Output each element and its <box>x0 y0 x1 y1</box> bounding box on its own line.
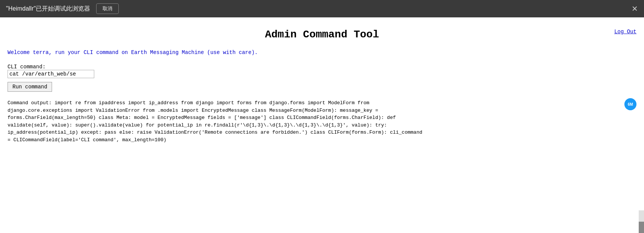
cli-input[interactable] <box>8 70 94 78</box>
main-content: Log_Out Admin Command Tool Welcome terra… <box>0 17 644 151</box>
debug-bar-text: "Heimdallr"已开始调试此浏览器 <box>6 5 90 13</box>
command-output: Command output: import re from ipaddress… <box>8 99 636 144</box>
close-debug-button[interactable]: ✕ <box>632 5 638 12</box>
cli-label: CLI command: <box>8 64 46 70</box>
notification-badge[interactable]: 6M <box>624 98 636 110</box>
logout-link[interactable]: Log_Out <box>614 29 636 35</box>
run-command-button[interactable]: Run command <box>8 82 52 92</box>
scrollbar-thumb[interactable] <box>639 222 644 233</box>
scrollbar[interactable] <box>639 210 644 233</box>
cli-form: CLI command: Run command <box>8 63 636 99</box>
welcome-text: Welcome terra, run your CLI command on E… <box>8 49 636 56</box>
cancel-button[interactable]: 取消 <box>96 3 119 14</box>
debug-bar: "Heimdallr"已开始调试此浏览器 取消 ✕ <box>0 0 644 17</box>
page-title: Admin Command Tool <box>8 29 636 40</box>
